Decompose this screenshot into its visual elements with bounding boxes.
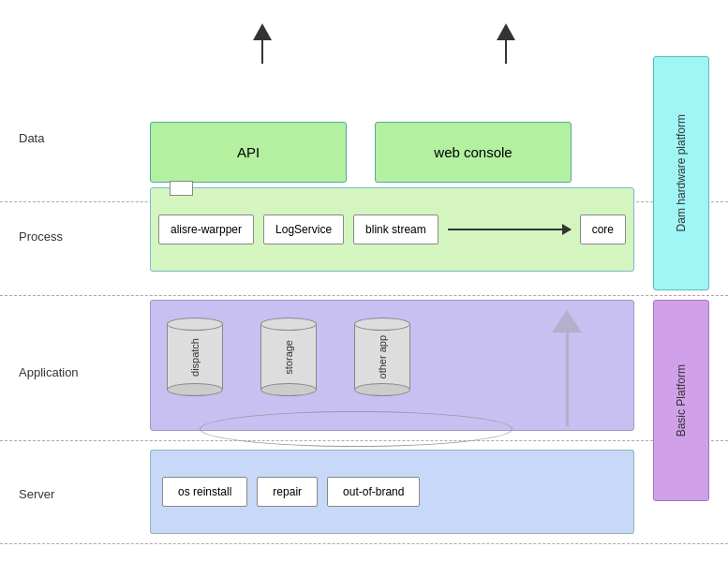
arrow-webconsole [497, 23, 515, 64]
basic-platform-label: Basic Platform [675, 364, 688, 436]
cylinder-storage-body: storage [260, 324, 317, 390]
server-box-0: os reinstall [162, 477, 247, 507]
cylinder-other-app: other app [349, 318, 415, 396]
process-box-0: alisre-warpper [158, 215, 254, 244]
cylinder-other-bottom [354, 383, 410, 396]
big-arrow-up [552, 310, 582, 426]
basic-platform: Basic Platform [653, 300, 709, 501]
arrow-webconsole-head [497, 23, 515, 40]
arrow-api [253, 23, 272, 64]
webconsole-label: web console [434, 144, 512, 160]
arrow-webconsole-shaft [505, 40, 507, 64]
dam-platform-label: Dam hardware platform [675, 114, 688, 231]
process-layer-label: Process [19, 229, 63, 244]
server-box-1: repair [257, 477, 318, 507]
arrow-api-head [253, 23, 272, 40]
arrow-api-shaft [261, 40, 263, 64]
api-label: API [237, 144, 260, 160]
dam-platform: Dam hardware platform [653, 56, 709, 290]
cylinder-storage-bottom [260, 383, 317, 396]
cylinder-storage-top [260, 318, 317, 331]
cylinder-dispatch-bottom [167, 383, 223, 396]
application-layer-label: Application [19, 365, 79, 379]
cylinder-other-label: other app [377, 335, 388, 378]
cylinder-dispatch-label: dispatch [189, 338, 201, 377]
server-box-2: out-of-brand [327, 477, 420, 507]
application-layer: dispatch storage other app [150, 300, 634, 431]
cylinder-storage-label: storage [283, 340, 294, 375]
big-arrow-head [552, 310, 582, 333]
process-layer: alisre-warpper LogService blink stream c… [150, 187, 634, 272]
server-layer-label: Server [19, 487, 54, 501]
cylinder-container: dispatch storage other app [162, 318, 622, 396]
api-box: API [150, 122, 347, 183]
process-box-1: LogService [263, 215, 344, 244]
divider-2 [0, 295, 728, 296]
big-arrow-shaft [566, 333, 569, 426]
data-layer-label: Data [19, 131, 44, 145]
cylinder-storage: storage [256, 318, 321, 396]
process-box-3: core [580, 215, 626, 244]
process-inner: alisre-warpper LogService blink stream c… [158, 196, 626, 263]
process-box-2: blink stream [353, 215, 438, 244]
oval-connector [200, 411, 513, 447]
cylinder-dispatch-body: dispatch [167, 324, 223, 390]
cylinder-dispatch: dispatch [162, 318, 228, 396]
data-layer-region: API web console [150, 98, 634, 178]
diagram-container: Data Process Application Server Dam hard… [0, 0, 728, 577]
divider-4 [0, 543, 728, 544]
process-connector [170, 181, 193, 196]
process-flow-arrow [448, 229, 571, 230]
webconsole-box: web console [375, 122, 572, 183]
cylinder-other-top [354, 318, 410, 331]
server-layer: os reinstall repair out-of-brand [150, 450, 634, 534]
cylinder-dispatch-top [167, 318, 223, 331]
cylinder-other-body: other app [354, 324, 410, 390]
